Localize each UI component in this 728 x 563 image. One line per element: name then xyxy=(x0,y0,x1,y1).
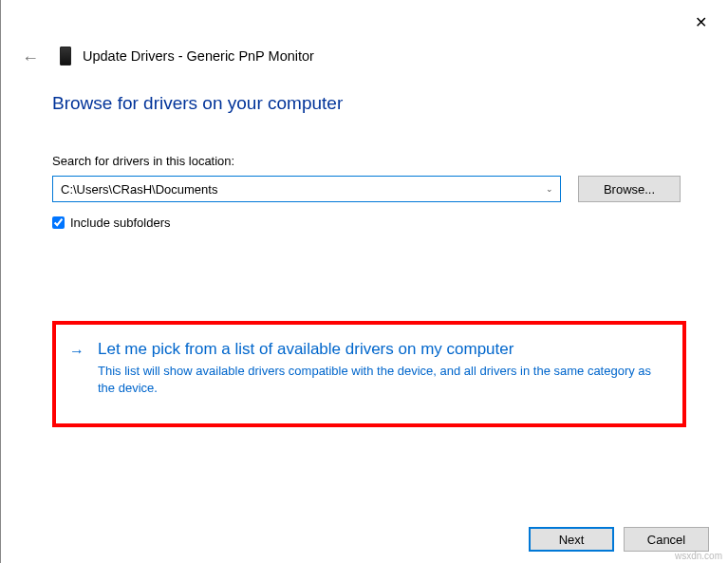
path-input[interactable] xyxy=(52,176,561,202)
option-description: This list will show available drivers co… xyxy=(98,363,669,397)
include-subfolders-checkbox[interactable] xyxy=(52,216,65,229)
path-combobox[interactable]: ⌄ xyxy=(52,176,561,202)
arrow-right-icon: → xyxy=(69,340,84,360)
watermark: wsxdn.com xyxy=(675,551,722,561)
pick-from-list-option[interactable]: → Let me pick from a list of available d… xyxy=(69,340,669,397)
next-button[interactable]: Next xyxy=(529,527,614,552)
back-arrow-icon[interactable]: ← xyxy=(22,46,39,66)
path-row: ⌄ Browse... xyxy=(52,176,681,202)
option-title: Let me pick from a list of available dri… xyxy=(98,340,669,359)
option-text: Let me pick from a list of available dri… xyxy=(98,340,669,397)
dialog-content: Browse for drivers on your computer Sear… xyxy=(1,66,728,427)
browse-button[interactable]: Browse... xyxy=(578,176,681,202)
dialog-title: Update Drivers - Generic PnP Monitor xyxy=(83,48,314,64)
dialog-header: ← Update Drivers - Generic PnP Monitor xyxy=(1,0,728,66)
dialog-footer: Next Cancel xyxy=(529,527,709,552)
close-icon: ✕ xyxy=(695,14,707,30)
close-button[interactable]: ✕ xyxy=(695,13,707,31)
include-subfolders-row[interactable]: Include subfolders xyxy=(52,216,681,230)
update-drivers-dialog: ✕ ← Update Drivers - Generic PnP Monitor… xyxy=(0,0,728,563)
page-heading: Browse for drivers on your computer xyxy=(52,93,681,114)
search-location-label: Search for drivers in this location: xyxy=(52,154,681,168)
monitor-device-icon xyxy=(60,47,71,66)
cancel-button[interactable]: Cancel xyxy=(624,527,709,552)
include-subfolders-label: Include subfolders xyxy=(70,216,171,230)
highlighted-option-box: → Let me pick from a list of available d… xyxy=(52,321,686,427)
